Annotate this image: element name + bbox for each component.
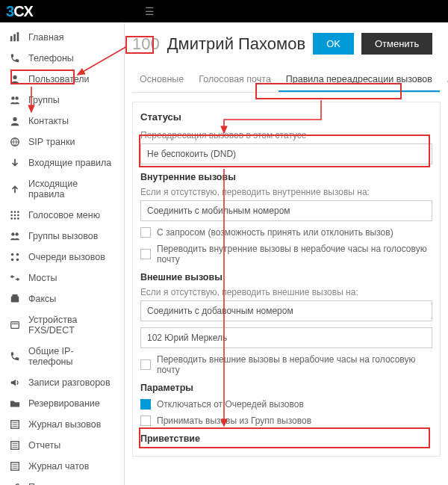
svg-point-21 [11, 259, 14, 262]
sidebar-item-hotdesk[interactable]: Общие IP-телефоны [0, 341, 124, 372]
check-label: Отключаться от Очередей вызовов [157, 399, 304, 410]
sidebar-item-users[interactable]: Пользователи [0, 69, 124, 90]
tab-provisioning[interactable]: Автонастройка [440, 68, 448, 92]
check-logout-queues[interactable]: Отключаться от Очередей вызовов [140, 399, 432, 410]
forward-label: Переадресация вызовов в этом статусе [140, 130, 432, 140]
sidebar-item-chat-log[interactable]: Журнал чатов [0, 456, 124, 477]
check-external-offhours[interactable]: Переводить внешние вызовы в нерабочие ча… [140, 354, 432, 375]
sidebar-item-reports[interactable]: Отчеты [0, 435, 124, 456]
bridge-icon [9, 273, 21, 283]
arrow-up-icon [9, 184, 21, 194]
sidebar-item-ring-groups[interactable]: Группы вызовов [0, 226, 124, 247]
svg-point-3 [13, 75, 16, 79]
tabs: Основные Голосовая почта Правила переадр… [132, 68, 441, 93]
bars-icon [9, 32, 21, 43]
queue-icon [9, 252, 21, 262]
external-desc: Если я отсутствую, переводить внешние вы… [140, 287, 432, 297]
group-icon [9, 95, 21, 105]
sidebar-item-label: SIP транки [28, 137, 75, 147]
chat-log-icon [9, 461, 21, 472]
check-accept-groups[interactable]: Принимать вызовы из Групп вызовов [140, 416, 432, 426]
svg-rect-28 [16, 323, 18, 324]
sidebar-item-label: Главная [28, 32, 64, 43]
svg-point-8 [10, 211, 13, 213]
checkbox-icon [140, 227, 151, 238]
sidebar-item-home[interactable]: Главная [0, 27, 124, 48]
panel-title: Статусы [140, 111, 432, 123]
svg-rect-23 [11, 297, 19, 303]
user-icon [9, 74, 21, 84]
tab-general[interactable]: Основные [132, 68, 191, 92]
svg-point-10 [17, 211, 19, 213]
svg-point-20 [16, 253, 19, 256]
check-label: Переводить внешние вызовы в нерабочие ча… [157, 354, 432, 375]
desk-phone-icon [9, 351, 21, 362]
check-label: Переводить внутренние вызовы в нерабочие… [157, 244, 432, 265]
svg-point-5 [15, 96, 18, 99]
external-ext-select[interactable]: 102 Юрий Меркель [140, 327, 432, 348]
sidebar-item-sip[interactable]: SIP транки [0, 132, 124, 152]
extension-id: 100 [132, 34, 160, 54]
sidebar-item-fxs[interactable]: Устройства FXS/DECT [0, 309, 124, 341]
sidebar-item-label: Факсы [28, 294, 56, 304]
device-icon [9, 320, 21, 330]
sidebar-item-label: Группы [28, 95, 60, 105]
tab-forwarding-rules[interactable]: Правила переадресации вызовов [279, 68, 440, 92]
svg-point-4 [11, 96, 14, 99]
sidebar-item-fax[interactable]: Факсы [0, 288, 124, 309]
svg-point-12 [14, 214, 16, 217]
main-content: 100 Дмитрий Пахомов OK Отменить Основные… [125, 22, 448, 485]
sidebar-item-recordings[interactable]: Записи разговоров [0, 372, 124, 393]
wrench-icon [9, 482, 21, 485]
globe-icon [9, 137, 21, 147]
sidebar-item-label: Журнал чатов [28, 461, 89, 472]
ok-button[interactable]: OK [313, 33, 354, 55]
sidebar-item-bridges[interactable]: Мосты [0, 268, 124, 288]
forward-status-select[interactable]: Не беспокоить (DND) [140, 143, 432, 164]
sidebar-item-contacts[interactable]: Контакты [0, 111, 124, 132]
check-with-request[interactable]: С запросом (возможность принять или откл… [140, 227, 432, 238]
sidebar-item-label: Записи разговоров [28, 377, 111, 388]
sidebar-item-phones[interactable]: Телефоны [0, 48, 124, 69]
sidebar-item-label: Входящие правила [28, 158, 111, 168]
svg-rect-1 [13, 34, 16, 42]
internal-action-select[interactable]: Соединить с мобильным номером [140, 200, 432, 221]
folder-icon [9, 398, 21, 409]
sidebar-item-label: Мосты [28, 273, 57, 283]
speaker-icon [9, 377, 21, 388]
checkbox-icon [140, 416, 151, 426]
sidebar-item-label: Отчеты [28, 440, 60, 451]
sidebar-item-label: Группы вызовов [28, 231, 98, 241]
external-calls-title: Внешние вызовы [140, 272, 432, 282]
menu-icon[interactable]: ☰ [145, 5, 155, 17]
sidebar-item-label: Исходящие правила [28, 179, 116, 200]
sidebar-item-label: Контакты [28, 116, 69, 126]
sidebar-item-inbound[interactable]: Входящие правила [0, 152, 124, 173]
tab-voicemail[interactable]: Голосовая почта [191, 68, 279, 92]
sidebar-item-label: Пользователи [28, 74, 90, 84]
sidebar-item-label: Голосовое меню [28, 210, 100, 220]
logo: 3CX [6, 3, 33, 20]
svg-rect-26 [13, 323, 14, 324]
sidebar-item-ivr[interactable]: Голосовое меню [0, 205, 124, 226]
checkbox-icon [140, 249, 151, 259]
sidebar-item-groups[interactable]: Группы [0, 90, 124, 111]
svg-point-18 [15, 232, 18, 235]
svg-point-14 [10, 217, 13, 220]
sidebar-item-outbound[interactable]: Исходящие правила [0, 173, 124, 205]
svg-point-17 [11, 232, 14, 235]
svg-point-6 [13, 117, 16, 121]
sidebar-item-backup[interactable]: Резервирование [0, 393, 124, 414]
sidebar-item-label: Телефоны [28, 53, 74, 64]
sidebar-item-queues[interactable]: Очереди вызовов [0, 247, 124, 268]
cancel-button[interactable]: Отменить [361, 33, 432, 55]
contact-icon [9, 116, 21, 126]
topbar: 3CX ☰ [0, 0, 448, 22]
check-internal-offhours[interactable]: Переводить внутренние вызовы в нерабочие… [140, 244, 432, 265]
sidebar-item-label: Общие IP-телефоны [28, 346, 116, 367]
sidebar-item-call-log[interactable]: Журнал вызовов [0, 414, 124, 435]
sidebar-item-settings[interactable]: Параметры [0, 477, 124, 485]
sidebar-item-label: Устройства FXS/DECT [28, 315, 116, 336]
statuses-panel: Статусы Переадресация вызовов в этом ста… [132, 102, 441, 457]
external-action-select[interactable]: Соединить с добавочным номером [140, 300, 432, 321]
